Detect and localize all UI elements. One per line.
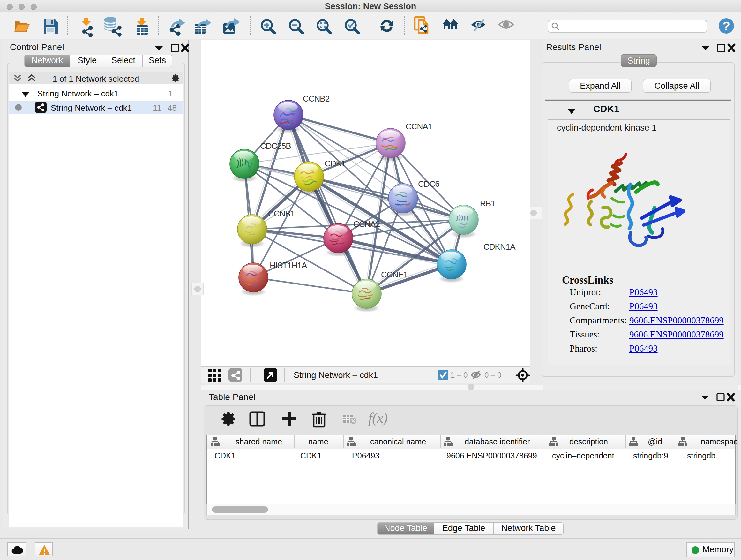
svg-text:?: ? — [723, 19, 730, 33]
svg-text:CCNA1: CCNA1 — [406, 122, 432, 131]
svg-text:CCNA2: CCNA2 — [353, 219, 380, 229]
svg-text:CCNB1: CCNB1 — [268, 209, 295, 219]
svg-text:CDC6: CDC6 — [418, 179, 440, 189]
svg-text:RB1: RB1 — [480, 199, 495, 208]
svg-text:CCNB2: CCNB2 — [303, 94, 330, 104]
svg-text:CDKN1A: CDKN1A — [483, 242, 516, 252]
svg-text:HIST1H1A: HIST1H1A — [270, 260, 307, 270]
svg-text:0 – 0: 0 – 0 — [484, 371, 501, 379]
svg-text:1 – 0: 1 – 0 — [451, 371, 468, 379]
svg-text:CDC25B: CDC25B — [260, 141, 291, 151]
svg-text:CDK1: CDK1 — [325, 159, 346, 168]
svg-text:f(x): f(x) — [368, 410, 388, 426]
svg-text:String Network – cdk1: String Network – cdk1 — [293, 370, 378, 380]
svg-text:CCNE1: CCNE1 — [381, 270, 408, 279]
